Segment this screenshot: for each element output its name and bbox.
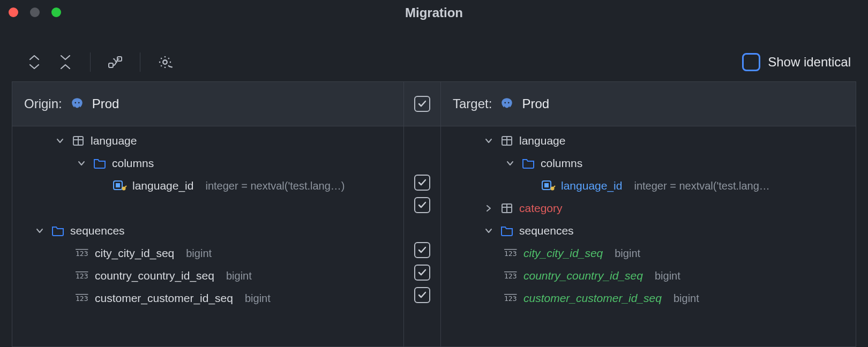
- gutter: [403, 82, 441, 346]
- target-pane: Target: Prod language columns lang: [441, 82, 856, 346]
- row-checkbox[interactable]: [414, 287, 430, 303]
- table-name: language: [91, 134, 137, 147]
- tree-row-folder[interactable]: columns: [441, 152, 852, 175]
- tree-row-sequence[interactable]: 123 country_country_id_seq bigint: [441, 265, 852, 287]
- folder-name: sequences: [70, 224, 125, 237]
- origin-label: Origin:: [24, 96, 62, 111]
- table-icon: [500, 135, 514, 147]
- table-icon: [71, 135, 85, 147]
- key-column-icon: [542, 180, 556, 192]
- table-name: category: [519, 202, 563, 215]
- sequence-icon: 123: [76, 293, 89, 303]
- sequence-name: country_country_id_seq: [523, 269, 643, 282]
- svg-point-12: [505, 102, 506, 104]
- column-type: integer = nextval('test.lang…: [634, 180, 769, 192]
- folder-icon: [51, 225, 65, 237]
- column-name: language_id: [561, 179, 622, 192]
- sequence-name: city_city_id_seq: [95, 247, 174, 260]
- tree-row-column[interactable]: language_id integer = nextval('test.lang…: [441, 175, 852, 197]
- sequence-name: country_country_id_seq: [95, 269, 214, 282]
- sequence-icon: 123: [76, 271, 89, 281]
- svg-rect-7: [116, 183, 120, 187]
- collapse-down-icon[interactable]: [57, 54, 74, 71]
- column-name: language_id: [132, 179, 193, 192]
- tree-row-sequence[interactable]: 123 city_city_id_seq bigint: [12, 242, 400, 265]
- table-icon: [500, 202, 514, 214]
- origin-header: Origin: Prod: [12, 82, 403, 126]
- tree-row-sequence[interactable]: 123 customer_customer_id_seq bigint: [12, 287, 400, 310]
- svg-rect-0: [109, 63, 113, 67]
- toolbar: Show identical: [0, 43, 868, 81]
- tree-row-folder[interactable]: sequences: [441, 220, 852, 242]
- sequence-type: bigint: [226, 270, 252, 282]
- svg-point-2: [163, 60, 167, 64]
- folder-icon: [521, 157, 535, 169]
- tree-row-table[interactable]: category: [441, 197, 852, 220]
- show-identical-checkbox[interactable]: [742, 53, 760, 71]
- tree-row-table[interactable]: language: [441, 130, 852, 152]
- diff-icon[interactable]: [107, 54, 124, 71]
- sequence-type: bigint: [615, 247, 640, 260]
- target-db-name: Prod: [522, 96, 549, 111]
- postgres-icon: [70, 96, 85, 111]
- tree-row-sequence[interactable]: 123 country_country_id_seq bigint: [12, 265, 400, 287]
- target-tree: language columns language_id integer = n…: [441, 126, 856, 310]
- tree-row-folder[interactable]: columns: [12, 152, 400, 175]
- svg-point-13: [508, 102, 510, 104]
- chevron-down-icon: [504, 160, 516, 167]
- folder-name: columns: [541, 157, 582, 170]
- tree-row-column[interactable]: language_id integer = nextval('test.lang…: [12, 175, 400, 197]
- row-checkbox[interactable]: [414, 265, 430, 281]
- postgres-icon: [499, 96, 514, 111]
- chevron-down-icon: [76, 160, 87, 167]
- sequence-icon: 123: [504, 248, 518, 258]
- chevron-right-icon: [483, 205, 495, 212]
- svg-text:123: 123: [76, 250, 88, 258]
- key-column-icon: [113, 180, 127, 192]
- tree-row-spacer: [12, 197, 400, 220]
- sequence-name: customer_customer_id_seq: [95, 292, 233, 305]
- toolbar-separator: [140, 52, 140, 72]
- svg-text:123: 123: [76, 272, 88, 280]
- svg-point-4: [78, 102, 80, 104]
- origin-pane: Origin: Prod language columns lang: [12, 82, 403, 346]
- target-header: Target: Prod: [441, 82, 856, 126]
- row-checkbox[interactable]: [414, 242, 430, 258]
- svg-text:123: 123: [504, 250, 517, 258]
- sequence-type: bigint: [245, 292, 271, 305]
- svg-text:123: 123: [504, 272, 517, 280]
- origin-tree: language columns language_id integer = n…: [12, 126, 403, 310]
- folder-name: sequences: [519, 224, 574, 237]
- sequence-icon: 123: [504, 271, 518, 281]
- folder-icon: [500, 225, 514, 237]
- diff-panels: Origin: Prod language columns lang: [12, 81, 856, 347]
- svg-text:123: 123: [76, 295, 88, 303]
- sequence-name: city_city_id_seq: [523, 247, 603, 260]
- sequence-icon: 123: [504, 293, 518, 303]
- gear-icon[interactable]: [156, 54, 174, 71]
- column-type: integer = nextval('test.lang…): [205, 180, 345, 192]
- tree-row-sequence[interactable]: 123 customer_customer_id_seq bigint: [441, 287, 852, 310]
- collapse-up-icon[interactable]: [26, 54, 43, 71]
- folder-icon: [93, 157, 107, 169]
- toolbar-separator: [90, 52, 91, 72]
- sequence-icon: 123: [76, 248, 89, 258]
- table-name: language: [519, 134, 565, 147]
- select-all-checkbox[interactable]: [414, 96, 430, 112]
- chevron-down-icon: [483, 137, 495, 145]
- tree-row-table[interactable]: language: [12, 130, 400, 152]
- row-checkbox[interactable]: [414, 197, 430, 213]
- folder-name: columns: [112, 157, 154, 170]
- target-label: Target:: [453, 96, 492, 111]
- tree-row-sequence[interactable]: 123 city_city_id_seq bigint: [441, 242, 852, 265]
- row-checkbox[interactable]: [414, 175, 430, 191]
- sequence-type: bigint: [186, 247, 212, 260]
- sequence-type: bigint: [655, 270, 680, 282]
- svg-text:123: 123: [504, 295, 517, 303]
- chevron-down-icon: [54, 137, 66, 145]
- svg-point-3: [74, 102, 76, 104]
- svg-rect-16: [544, 183, 549, 187]
- chevron-down-icon: [483, 227, 495, 235]
- sequence-name: customer_customer_id_seq: [523, 292, 662, 305]
- tree-row-folder[interactable]: sequences: [12, 220, 400, 242]
